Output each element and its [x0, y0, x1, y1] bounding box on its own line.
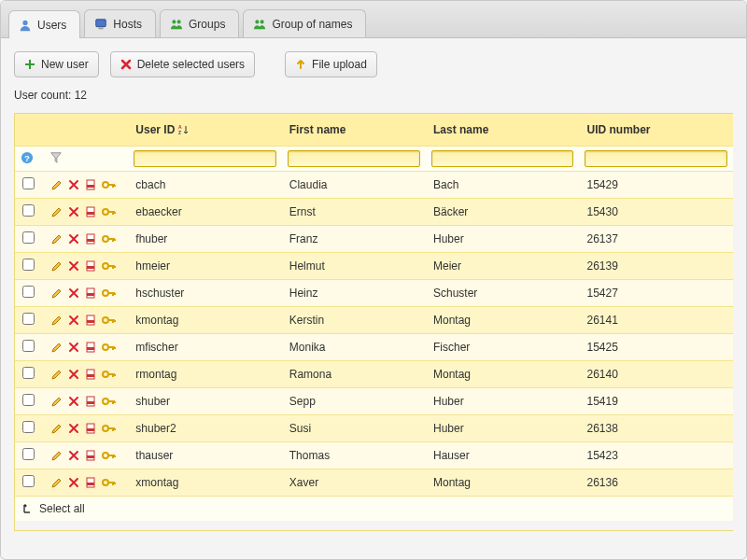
- pdf-icon[interactable]: [85, 315, 96, 326]
- tab-group-of-names[interactable]: Group of names: [243, 9, 366, 37]
- row-checkbox[interactable]: [22, 259, 35, 271]
- delete-icon[interactable]: [68, 233, 79, 245]
- row-checkbox[interactable]: [22, 313, 35, 325]
- col-user-id[interactable]: User ID A Z: [128, 114, 281, 147]
- pdf-icon[interactable]: [85, 287, 96, 299]
- svg-point-30: [103, 317, 108, 323]
- delete-icon[interactable]: [68, 477, 79, 488]
- delete-icon[interactable]: [68, 287, 79, 299]
- filter-user-id-input[interactable]: [134, 150, 275, 167]
- edit-icon[interactable]: [51, 369, 63, 380]
- row-checkbox[interactable]: [22, 367, 35, 379]
- col-uid-number[interactable]: UID number: [579, 114, 733, 147]
- row-checkbox[interactable]: [22, 177, 35, 189]
- filter-last-name-input[interactable]: [431, 150, 573, 167]
- key-icon[interactable]: [102, 477, 117, 488]
- svg-rect-8: [25, 63, 35, 65]
- pdf-icon[interactable]: [85, 260, 96, 272]
- delete-icon[interactable]: [68, 260, 79, 272]
- row-checkbox[interactable]: [22, 421, 35, 433]
- row-checkbox[interactable]: [22, 394, 35, 406]
- col-label: User ID: [135, 123, 175, 136]
- tab-groups[interactable]: Groups: [160, 9, 239, 37]
- svg-rect-32: [87, 347, 94, 350]
- pdf-icon[interactable]: [85, 477, 96, 488]
- pdf-icon[interactable]: [85, 450, 96, 461]
- new-user-button[interactable]: New user: [14, 51, 99, 77]
- pdf-icon[interactable]: [85, 179, 96, 190]
- cell-first-name: Monika: [282, 334, 426, 361]
- pdf-icon[interactable]: [85, 233, 96, 245]
- tab-label: Hosts: [113, 18, 142, 31]
- key-icon[interactable]: [102, 179, 117, 190]
- edit-icon[interactable]: [51, 423, 63, 434]
- row-checkbox[interactable]: [22, 475, 35, 487]
- key-icon[interactable]: [102, 423, 117, 434]
- row-actions: [51, 179, 120, 190]
- key-icon[interactable]: [102, 396, 117, 407]
- delete-icon[interactable]: [68, 450, 79, 461]
- cell-user-id: fhuber: [128, 226, 281, 253]
- delete-icon[interactable]: [68, 423, 79, 434]
- edit-icon[interactable]: [51, 477, 63, 488]
- delete-selected-button[interactable]: Delete selected users: [110, 51, 255, 77]
- cell-uid-number: 15423: [579, 442, 733, 469]
- edit-icon[interactable]: [51, 396, 63, 407]
- edit-icon[interactable]: [51, 450, 63, 461]
- edit-icon[interactable]: [51, 179, 63, 190]
- delete-icon[interactable]: [68, 396, 79, 407]
- svg-point-6: [261, 20, 264, 23]
- row-checkbox[interactable]: [22, 340, 35, 352]
- pdf-icon[interactable]: [85, 396, 96, 407]
- delete-icon[interactable]: [68, 315, 79, 326]
- cell-uid-number: 15419: [579, 388, 733, 415]
- svg-rect-44: [87, 455, 94, 458]
- key-icon[interactable]: [102, 315, 117, 326]
- edit-icon[interactable]: [51, 287, 63, 299]
- funnel-icon[interactable]: [49, 151, 63, 164]
- delete-icon[interactable]: [68, 369, 79, 380]
- edit-icon[interactable]: [51, 315, 63, 326]
- key-icon[interactable]: [102, 369, 117, 380]
- sort-asc-icon: A Z: [178, 125, 190, 135]
- col-last-name[interactable]: Last name: [426, 114, 579, 147]
- cell-last-name: Montag: [426, 307, 579, 334]
- button-label: Delete selected users: [137, 58, 245, 71]
- delete-icon[interactable]: [68, 179, 79, 190]
- row-checkbox[interactable]: [22, 286, 35, 298]
- pdf-icon[interactable]: [85, 206, 96, 217]
- filter-first-name-input[interactable]: [288, 150, 420, 167]
- help-icon[interactable]: ?: [21, 151, 34, 164]
- key-icon[interactable]: [102, 260, 117, 272]
- row-checkbox[interactable]: [22, 231, 35, 244]
- select-all-row[interactable]: Select all: [15, 497, 733, 521]
- row-checkbox[interactable]: [22, 204, 35, 217]
- pdf-icon[interactable]: [85, 342, 96, 353]
- pdf-icon[interactable]: [85, 423, 96, 434]
- edit-icon[interactable]: [51, 260, 63, 272]
- col-label: UID number: [586, 123, 650, 136]
- key-icon[interactable]: [102, 233, 117, 245]
- col-first-name[interactable]: First name: [282, 114, 426, 147]
- delete-icon[interactable]: [68, 206, 79, 217]
- tab-hosts[interactable]: Hosts: [84, 9, 156, 37]
- key-icon[interactable]: [102, 450, 117, 461]
- row-checkbox[interactable]: [22, 448, 35, 460]
- cell-last-name: Bäcker: [426, 199, 579, 226]
- cell-last-name: Hauser: [426, 442, 579, 469]
- table-row: mfischerMonikaFischer15425: [15, 334, 733, 361]
- edit-icon[interactable]: [51, 342, 63, 353]
- tab-label: Groups: [189, 18, 225, 31]
- svg-point-36: [103, 371, 108, 377]
- pdf-icon[interactable]: [85, 369, 96, 380]
- filter-uid-number-input[interactable]: [585, 150, 727, 167]
- key-icon[interactable]: [102, 342, 117, 353]
- key-icon[interactable]: [102, 287, 117, 299]
- file-upload-button[interactable]: File upload: [285, 51, 377, 77]
- key-icon[interactable]: [102, 206, 117, 217]
- edit-icon[interactable]: [51, 206, 63, 217]
- tab-users[interactable]: Users: [8, 10, 80, 38]
- delete-icon[interactable]: [68, 342, 79, 353]
- edit-icon[interactable]: [51, 233, 63, 245]
- user-count: User count: 12: [1, 85, 746, 109]
